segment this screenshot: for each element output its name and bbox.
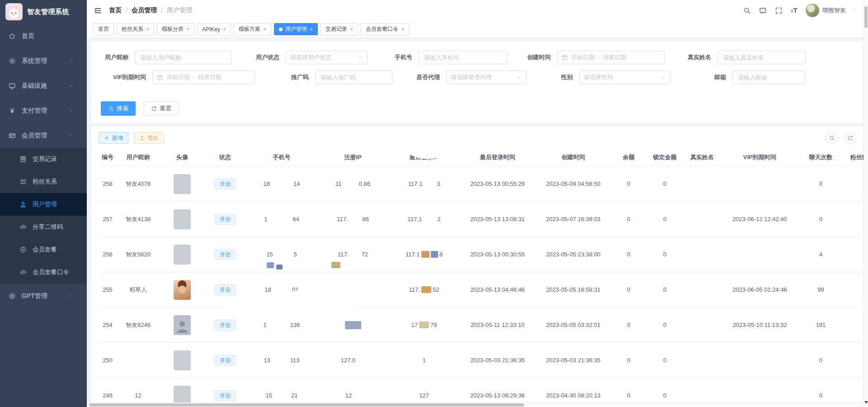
tab-fans[interactable]: 粉丝关系× [117, 23, 154, 35]
horizontal-scrollbar[interactable] [87, 402, 863, 407]
fullscreen-button[interactable] [775, 7, 783, 14]
tab-package-codes[interactable]: 会员套餐口令× [361, 23, 409, 35]
column-header-nickname: 用户昵称 [117, 153, 160, 161]
chevron-down-icon [65, 58, 77, 63]
filter-daterange-created[interactable]: 开始日期-结束日期 [557, 51, 665, 64]
tab-users[interactable]: 用户管理× [274, 23, 318, 35]
tab-template-category[interactable]: 模板分类× [157, 23, 194, 35]
column-header-created: 创建时间 [535, 153, 612, 161]
cell-id: 255 [99, 286, 117, 293]
email-input[interactable] [737, 74, 801, 81]
cell-created: 2023-05-05 03:32:01 [535, 322, 612, 328]
vertical-scrollbar-thumb[interactable] [864, 6, 868, 28]
font-size-button[interactable]: TT [791, 7, 797, 14]
export-button-label: 导出 [147, 134, 158, 142]
filter-input-nickname[interactable] [135, 51, 231, 64]
realname-input[interactable] [722, 54, 801, 62]
horizontal-scrollbar-thumb[interactable] [89, 403, 524, 407]
censor-mosaic [331, 262, 340, 268]
filter-input-email[interactable] [732, 71, 805, 84]
filter-input-promo-code[interactable] [315, 71, 392, 84]
table-search-button[interactable] [826, 132, 838, 144]
column-header-balance: 余额 [612, 153, 646, 161]
value-fragment: 117.1 [408, 216, 422, 222]
cell-avatar [160, 245, 205, 265]
censored-value: 110.86 [318, 180, 388, 187]
tab-close-icon[interactable]: × [310, 27, 313, 32]
censor-blob [408, 144, 448, 159]
sidebar-item-label: 会员套餐 [33, 246, 57, 254]
sidebar-toggle-button[interactable] [94, 7, 102, 14]
cell-login_ip: 1 [388, 357, 460, 364]
tab-close-icon[interactable]: × [263, 27, 266, 32]
cell-phone: 1814 [245, 180, 318, 187]
cell-nickname: 智友5620 [117, 251, 160, 259]
sidebar-item-infrastructure[interactable]: 基础设施 [0, 73, 87, 98]
value-fragment: 64 [292, 216, 299, 222]
tab-template-plan[interactable]: 模板方案× [234, 23, 271, 35]
header-message-button[interactable] [759, 7, 767, 14]
sidebar-item-package-codes[interactable]: 会员套餐口令 [0, 261, 87, 284]
filter-input-phone[interactable] [419, 51, 507, 64]
table-refresh-button[interactable] [844, 132, 856, 144]
censored-gap [353, 395, 360, 396]
tab-close-icon[interactable]: × [186, 27, 189, 32]
sidebar-item-transactions[interactable]: 交易记录 [0, 148, 87, 170]
cell-balance: 0 [612, 357, 646, 364]
chevron-down-icon [358, 55, 363, 60]
cell-nickname: 智友4138 [117, 215, 160, 223]
filter-select-is-agent[interactable]: 请选择是否代理 [446, 71, 526, 84]
sidebar-item-home[interactable]: 首页 [0, 24, 87, 48]
sidebar-item-share-qr[interactable]: 分享二维码 [0, 216, 87, 238]
sidebar-item-payment[interactable]: ¥支付管理 [0, 98, 87, 123]
vertical-scrollbar[interactable] [863, 0, 868, 407]
filter-daterange-vip-expire[interactable]: 开始日期-结束日期 [152, 71, 255, 84]
censor-blob [331, 275, 375, 295]
tab-transactions[interactable]: 交易记录× [321, 23, 358, 35]
tab-close-icon[interactable]: × [223, 27, 226, 32]
censored-value: 1136 [245, 322, 318, 328]
sidebar-item-gpt[interactable]: GPT管理 [0, 284, 87, 308]
tab-label: APIKey [202, 26, 220, 33]
breadcrumb-home[interactable]: 首页 [109, 6, 122, 14]
filter-buttons: 搜索 重置 [101, 101, 863, 116]
phone-input[interactable] [423, 54, 503, 62]
cell-balance: 0 [612, 216, 646, 222]
tab-close-icon[interactable]: × [350, 27, 353, 32]
nickname-input[interactable] [139, 54, 227, 62]
cell-chats: 4 [799, 251, 842, 258]
tab-close-icon[interactable]: × [401, 27, 404, 32]
promo-code-input[interactable] [320, 74, 388, 81]
breadcrumb-member-management[interactable]: 会员管理 [132, 6, 157, 14]
cell-created: 2023-05-05 23:38:00 [535, 251, 612, 258]
user-menu[interactable]: 萌熊智友 [806, 4, 856, 17]
scroll-down-arrow[interactable] [864, 401, 868, 404]
filter-select-status[interactable]: 请选择用户状态 [286, 51, 368, 64]
tab-label: 用户管理 [285, 25, 307, 33]
tab-apikey[interactable]: APIKey× [197, 23, 231, 35]
reset-button[interactable]: 重置 [144, 101, 179, 116]
filter-input-realname[interactable] [717, 51, 806, 64]
cell-id: 254 [99, 322, 117, 328]
sidebar-item-users[interactable]: 用户管理 [0, 193, 87, 216]
doc-icon [17, 156, 29, 163]
filter-select-gender[interactable]: 请选择性别 [579, 71, 670, 84]
sidebar: 智友管理系统 首页系统管理基础设施¥支付管理会员管理交易记录粉丝关系用户管理分享… [0, 0, 87, 407]
sidebar-item-label: 会员套餐口令 [33, 268, 69, 276]
tab-close-icon[interactable]: × [146, 27, 149, 32]
sidebar-item-member[interactable]: 会员管理 [0, 123, 87, 148]
value-fragment: 21 [291, 392, 297, 399]
export-button[interactable]: 导出 [134, 132, 164, 144]
sidebar-item-fans[interactable]: 粉丝关系 [0, 170, 87, 193]
search-button[interactable]: 搜索 [101, 101, 136, 116]
sidebar-item-system[interactable]: 系统管理 [0, 48, 87, 73]
cell-locked: 0 [646, 251, 684, 258]
cell-created: 2023-05-09 04:56:50 [535, 180, 612, 187]
cell-created: 2023-05-05 16:58:31 [535, 286, 612, 293]
tab-home[interactable]: 首页 [93, 23, 114, 35]
sidebar-item-packages[interactable]: 会员套餐 [0, 238, 87, 261]
column-header-avatar: 头像 [160, 153, 205, 161]
header-search-button[interactable] [743, 7, 751, 14]
value-fragment: 52 [433, 286, 439, 293]
add-button[interactable]: 新增 [99, 132, 128, 144]
